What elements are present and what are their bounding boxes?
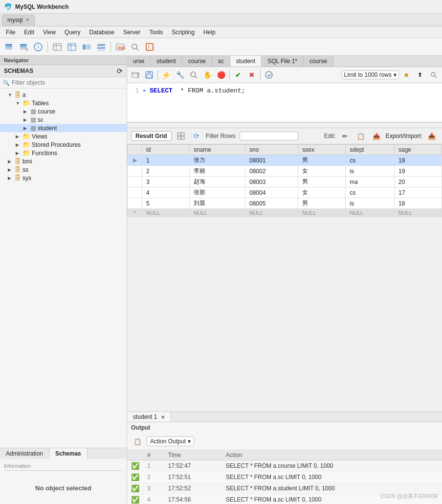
- menu-edit[interactable]: Edit: [20, 28, 38, 37]
- table-row[interactable]: ▶ 1 张力 08001 男 cs 18: [128, 155, 442, 166]
- expand-arrow-sys[interactable]: ▶: [8, 176, 15, 181]
- table-row[interactable]: 5 刘晨 08005 男 is 18: [128, 198, 442, 209]
- tab-schemas[interactable]: Schemas: [49, 448, 88, 459]
- grid-view-btn[interactable]: [175, 130, 187, 142]
- query-tab-course[interactable]: course: [182, 56, 212, 67]
- query-tab-course2[interactable]: course: [304, 56, 333, 67]
- action-output-copy-btn[interactable]: 📋: [131, 435, 144, 448]
- menu-scripting[interactable]: Scripting: [168, 28, 199, 37]
- expand-arrow-sc[interactable]: ▶: [23, 117, 30, 122]
- query-tab-sqlfile1[interactable]: SQL File 1*: [262, 56, 304, 67]
- columns-btn[interactable]: [80, 40, 93, 54]
- sql-btn[interactable]: SQL: [113, 40, 127, 54]
- tree-item-sys[interactable]: ▶ 🗄 sys: [0, 174, 127, 182]
- edit-export-btn[interactable]: 📤: [370, 130, 383, 142]
- stop-btn[interactable]: 🛑: [215, 69, 227, 81]
- cell-sdept: is: [346, 166, 395, 177]
- export-btn[interactable]: ⬆: [414, 69, 426, 81]
- output-tab-label: student 1: [133, 413, 157, 420]
- star-btn[interactable]: ★: [400, 69, 413, 81]
- svg-line-34: [435, 76, 437, 78]
- menu-database[interactable]: Database: [86, 28, 118, 37]
- query-tab-sc[interactable]: sc: [212, 56, 230, 67]
- hand-btn[interactable]: ✋: [201, 69, 214, 81]
- tab-administration[interactable]: Administration: [0, 448, 49, 459]
- inspect-btn[interactable]: i: [143, 40, 156, 54]
- filter-objects-input[interactable]: [12, 79, 124, 86]
- expand-arrow-functions[interactable]: ▶: [16, 151, 22, 156]
- menu-tools[interactable]: Tools: [145, 28, 167, 37]
- action-output-select[interactable]: Action Output ▾: [147, 436, 194, 446]
- menu-query[interactable]: Query: [61, 28, 85, 37]
- execute-btn[interactable]: ⚡: [160, 69, 173, 81]
- expand-arrow-tables[interactable]: ▼: [16, 101, 22, 106]
- tree-item-functions[interactable]: ▶ 📁 Functions: [0, 149, 127, 157]
- expand-arrow-sp[interactable]: ▶: [16, 142, 22, 147]
- tree-item-stored-procedures[interactable]: ▶ 📁 Stored Procedures: [0, 140, 127, 149]
- query-tab-urse[interactable]: urse: [127, 56, 151, 67]
- table-row[interactable]: 4 张那 08004 女 cs 17: [128, 187, 442, 198]
- menu-server[interactable]: Server: [119, 28, 144, 37]
- query-tab-student2[interactable]: student: [230, 56, 262, 67]
- info-btn[interactable]: i: [31, 40, 45, 54]
- table-icon-course: ▦: [30, 108, 36, 115]
- execute-selection-btn[interactable]: 🔧: [174, 69, 186, 81]
- toggle-auto-commit-btn[interactable]: [263, 69, 275, 81]
- expand-arrow-course[interactable]: ▶: [23, 109, 30, 114]
- open-file-btn[interactable]: [129, 69, 142, 81]
- action-toolbar: 📋 Action Output ▾: [127, 433, 442, 450]
- tree-item-course[interactable]: ▶ ▦ course: [0, 107, 127, 115]
- action-row[interactable]: ✅ 1 17:52:47 SELECT * FROM a.course LIMI…: [127, 460, 442, 472]
- main-tab-mysql[interactable]: mysql ✕: [2, 15, 35, 25]
- search-btn[interactable]: [128, 40, 142, 54]
- expand-arrow-bmi[interactable]: ▶: [8, 159, 15, 164]
- tree-item-a[interactable]: ▼ 🗄 a: [0, 91, 127, 99]
- expand-arrow-ss[interactable]: ▶: [8, 167, 15, 172]
- search-replace-btn[interactable]: [187, 69, 200, 81]
- tree-label-a: a: [22, 92, 26, 98]
- rollback-btn[interactable]: ✖: [245, 69, 258, 81]
- save-btn[interactable]: [143, 69, 155, 81]
- commit-btn[interactable]: ✔: [232, 69, 244, 81]
- menu-file[interactable]: File: [2, 28, 19, 37]
- result-grid-tab[interactable]: Result Grid: [131, 131, 172, 141]
- tree-item-ss[interactable]: ▶ 🗄 ss: [0, 165, 127, 174]
- export-import-btn[interactable]: 📥: [425, 130, 438, 142]
- action-row[interactable]: ✅ 2 17:52:51 SELECT * FROM a.sc LIMIT 0,…: [127, 472, 442, 483]
- tree-item-views[interactable]: ▶ 📁 Views: [0, 132, 127, 140]
- table-row[interactable]: 3 赵海 08003 男 ma 20: [128, 177, 442, 187]
- status-icon-cell: ✅: [127, 483, 143, 494]
- query-tab-student1[interactable]: student: [151, 56, 182, 67]
- edit-pencil-btn[interactable]: ✏: [339, 130, 352, 142]
- refresh-schemas-btn[interactable]: ⟳: [117, 67, 123, 75]
- close-tab-icon[interactable]: ✕: [25, 17, 29, 23]
- table-btn[interactable]: [50, 40, 64, 54]
- new-schema-btn[interactable]: [2, 40, 16, 54]
- tree-label-course: course: [38, 108, 55, 115]
- horizontal-scrollbar[interactable]: [127, 122, 442, 128]
- expand-arrow-a[interactable]: ▼: [8, 92, 15, 97]
- table-row[interactable]: 2 李丽 08002 女 is 19: [128, 166, 442, 177]
- tree-item-sc[interactable]: ▶ ▦ sc: [0, 115, 127, 124]
- close-output-tab-icon[interactable]: ✕: [161, 414, 165, 420]
- expand-arrow-student[interactable]: ▶: [23, 126, 30, 131]
- tree-item-student[interactable]: ▶ ▦ student: [0, 124, 127, 132]
- expand-arrow-views[interactable]: ▶: [16, 134, 22, 139]
- svg-rect-17: [97, 44, 105, 46]
- sql-editor[interactable]: 1 ● SELECT * FROM a.student;: [127, 83, 442, 122]
- limit-dropdown[interactable]: Limit to 1000 rows ▾: [342, 70, 399, 79]
- refresh-result-btn[interactable]: ⟳: [190, 130, 203, 142]
- edit-import-btn[interactable]: 📋: [354, 130, 367, 142]
- th-sdept: sdept: [346, 145, 395, 155]
- search2-btn[interactable]: [427, 69, 440, 81]
- menu-help[interactable]: Help: [199, 28, 220, 37]
- rows-btn[interactable]: [94, 40, 108, 54]
- tree-item-bmi[interactable]: ▶ 🗄 bmi: [0, 157, 127, 165]
- menu-view[interactable]: View: [39, 28, 60, 37]
- tree-item-tables[interactable]: ▼ 📁 Tables: [0, 99, 127, 107]
- filter-rows-input[interactable]: [240, 132, 298, 140]
- output-student-tab[interactable]: student 1 ✕: [127, 412, 171, 422]
- table2-btn[interactable]: [65, 40, 79, 54]
- open-schema-btn[interactable]: S: [17, 40, 30, 54]
- result-table-scroll[interactable]: id sname sno ssex sdept sage ▶ 1 张力 0800…: [127, 144, 442, 217]
